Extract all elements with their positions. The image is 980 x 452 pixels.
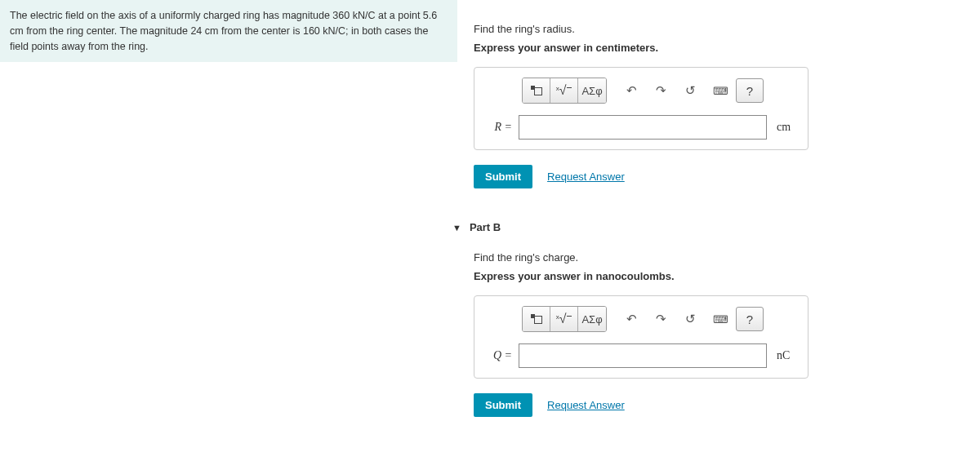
keyboard-icon: ⌨ [713, 313, 727, 326]
submit-button-a[interactable]: Submit [474, 165, 532, 188]
request-answer-link-a[interactable]: Request Answer [547, 171, 625, 183]
undo-button[interactable]: ↶ [618, 78, 644, 103]
submit-button-b[interactable]: Submit [474, 393, 532, 417]
help-button[interactable]: ? [736, 78, 764, 103]
caret-down-icon: ▼ [452, 223, 461, 233]
redo-icon: ↷ [656, 312, 666, 326]
toolbar-a: x√ ΑΣφ ↶ ↷ ↺ ⌨ ? [483, 78, 800, 104]
reset-button[interactable]: ↺ [677, 307, 703, 331]
unit-label-b: nC [767, 349, 800, 362]
undo-icon: ↶ [626, 83, 637, 98]
keyboard-button[interactable]: ⌨ [706, 307, 733, 331]
keyboard-icon: ⌨ [713, 85, 727, 97]
variable-label-b: Q = [483, 349, 519, 362]
answer-input-b[interactable] [519, 343, 767, 368]
request-answer-link-b[interactable]: Request Answer [547, 399, 625, 411]
answer-widget-b: x√ ΑΣφ ↶ ↷ ↺ ⌨ ? Q = nC [474, 295, 808, 379]
greek-button[interactable]: ΑΣφ [578, 307, 606, 331]
part-b-instruction: Express your answer in nanocoulombs. [474, 270, 980, 282]
greek-button[interactable]: ΑΣφ [578, 78, 606, 103]
undo-icon: ↶ [626, 312, 637, 326]
sqrt-icon: x√ [556, 83, 572, 98]
redo-button[interactable]: ↷ [648, 307, 674, 331]
sqrt-button[interactable]: x√ [550, 307, 578, 331]
reset-button[interactable]: ↺ [677, 78, 703, 103]
sqrt-icon: x√ [556, 312, 572, 326]
part-a-instruction: Express your answer in centimeters. [474, 42, 980, 54]
help-button[interactable]: ? [736, 307, 764, 331]
templates-icon [531, 86, 542, 95]
toolbar-b: x√ ΑΣφ ↶ ↷ ↺ ⌨ ? [483, 306, 800, 332]
problem-statement: The electric field on the axis of a unif… [0, 0, 457, 62]
redo-button[interactable]: ↷ [648, 78, 674, 103]
templates-button[interactable] [523, 78, 550, 103]
templates-icon [531, 314, 542, 324]
unit-label-a: cm [767, 121, 800, 134]
templates-button[interactable] [523, 307, 550, 331]
redo-icon: ↷ [656, 83, 666, 98]
part-b-title: Part B [470, 221, 501, 233]
sqrt-button[interactable]: x√ [550, 78, 578, 103]
part-b-section: ▼ Part B Find the ring's charge. Express… [474, 221, 980, 417]
keyboard-button[interactable]: ⌨ [706, 78, 733, 103]
part-a-prompt: Find the ring's radius. [474, 23, 980, 35]
reset-icon: ↺ [685, 83, 696, 98]
answer-input-a[interactable] [519, 115, 767, 140]
part-a-section: Find the ring's radius. Express your ans… [474, 23, 980, 188]
answer-widget-a: x√ ΑΣφ ↶ ↷ ↺ ⌨ ? R = cm [474, 67, 808, 150]
reset-icon: ↺ [685, 312, 696, 326]
undo-button[interactable]: ↶ [618, 307, 644, 331]
part-b-header[interactable]: ▼ Part B [452, 221, 980, 233]
part-b-prompt: Find the ring's charge. [474, 251, 980, 264]
variable-label-a: R = [483, 121, 519, 134]
